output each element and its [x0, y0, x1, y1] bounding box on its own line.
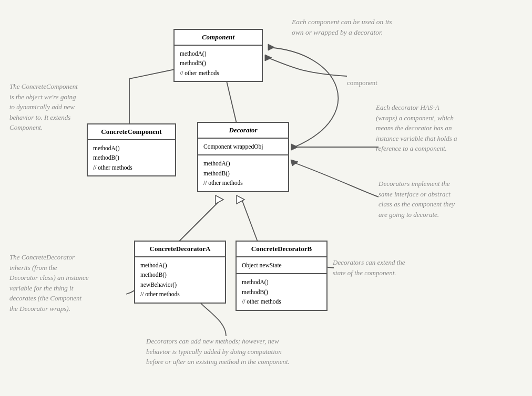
annotation-right-middle: Each decorator HAS-A (wraps) a component…	[376, 102, 457, 154]
concrete-decorator-b-box: ConcreteDecoratorB Object newState metho…	[236, 241, 328, 311]
concrete-component-title: ConcreteComponent	[88, 124, 175, 140]
concrete-component-methods: methodA()methodB()// other methods	[88, 140, 175, 175]
svg-marker-10	[237, 195, 244, 204]
diagram-container: Component methodA()methodB()// other met…	[0, 0, 532, 396]
svg-marker-6	[268, 44, 274, 50]
annotation-top-right: Each component can be used on its own or…	[292, 17, 392, 38]
decorator-instance-var: Component wrappedObj	[198, 139, 288, 155]
component-title: Component	[175, 30, 262, 46]
annotation-bottom-middle: Decorators can add new methods; however,…	[146, 336, 290, 367]
annotation-right-lower: Decorators implement the same interface …	[378, 179, 455, 220]
svg-marker-8	[216, 195, 223, 204]
concrete-decorator-b-title: ConcreteDecoratorB	[237, 242, 326, 257]
annotation-left-lower: The ConcreteDecorator inherits (from the…	[9, 252, 89, 314]
annotation-bottom-right: Decorators can extend the state of the c…	[333, 257, 405, 278]
decorator-methods: methodA()methodB()// other methods	[198, 155, 288, 191]
decorator-box: Decorator Component wrappedObj methodA()…	[197, 122, 289, 192]
concrete-component-box: ConcreteComponent methodA()methodB()// o…	[87, 123, 176, 176]
svg-line-3	[226, 79, 237, 123]
svg-marker-16	[265, 55, 272, 61]
concrete-decorator-a-title: ConcreteDecoratorA	[135, 242, 225, 257]
concrete-decorator-a-box: ConcreteDecoratorA methodA()methodB()new…	[134, 241, 226, 304]
svg-marker-15	[291, 144, 298, 150]
component-box: Component methodA()methodB()// other met…	[173, 29, 263, 82]
svg-marker-17	[291, 160, 298, 166]
concrete-decorator-b-methods: methodA()methodB()// other methods	[237, 274, 326, 309]
concrete-decorator-a-methods: methodA()methodB()newBehavior()// other …	[135, 257, 225, 303]
svg-line-7	[179, 200, 221, 242]
component-methods: methodA()methodB()// other methods	[175, 46, 262, 81]
annotation-component-label: component	[347, 78, 377, 88]
svg-line-9	[242, 200, 258, 242]
concrete-decorator-b-instance-var: Object newState	[237, 257, 326, 274]
decorator-title: Decorator	[198, 123, 288, 139]
annotation-left-upper: The ConcreteComponent is the object we'r…	[9, 81, 78, 133]
